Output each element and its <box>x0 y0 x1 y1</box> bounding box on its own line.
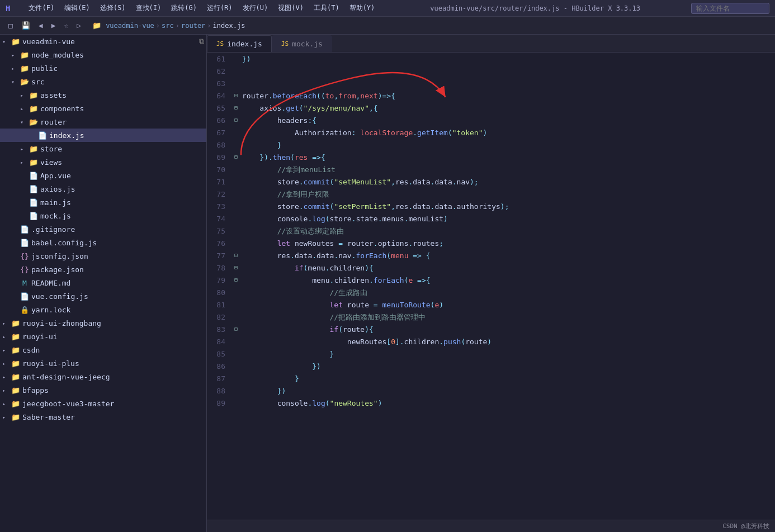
code-content-84[interactable]: newRoutes[0].children.push(route) <box>240 335 775 348</box>
file-search-input[interactable] <box>691 3 769 14</box>
code-row-65: 65⊟ axios.get("/sys/menu/nav",{ <box>207 102 775 114</box>
code-content-63[interactable] <box>240 77 775 89</box>
code-content-70[interactable]: //拿到menuList <box>240 163 775 175</box>
fold-64[interactable]: ⊟ <box>232 89 240 102</box>
menu-item-文件f[interactable]: 文件(F) <box>24 2 59 14</box>
back-btn[interactable]: ◀ <box>36 20 46 31</box>
sidebar-root[interactable]: 📁 vueadmin-vue ⧉ <box>0 35 206 48</box>
code-content-72[interactable]: //拿到用户权限 <box>240 188 775 200</box>
menu-item-视图v[interactable]: 视图(V) <box>273 2 308 14</box>
tab-index-js[interactable]: JS index.js <box>207 35 272 52</box>
menu-item-编辑e[interactable]: 编辑(E) <box>60 2 94 14</box>
breadcrumb-src[interactable]: src <box>162 22 174 30</box>
sidebar-item-assets[interactable]: 📁assets <box>0 88 206 102</box>
code-content-76[interactable]: let newRoutes = router.options.routes; <box>240 237 775 249</box>
code-content-68[interactable]: } <box>240 139 775 151</box>
code-content-78[interactable]: if(menu.children){ <box>240 262 775 274</box>
sidebar-item-babel-config-js[interactable]: 📄babel.config.js <box>0 236 206 249</box>
sidebar-item-router[interactable]: 📂router <box>0 115 206 129</box>
sidebar-item-index-js[interactable]: 📄index.js <box>0 129 206 142</box>
code-content-74[interactable]: console.log(store.state.menus.menuList) <box>240 212 775 225</box>
code-content-80[interactable]: //生成路由 <box>240 286 775 298</box>
fold-78[interactable]: ⊟ <box>232 262 240 274</box>
run-btn[interactable]: ▷ <box>74 20 84 31</box>
star-btn[interactable]: ☆ <box>61 20 71 31</box>
tab-mock-js[interactable]: JS mock.js <box>272 35 332 52</box>
code-content-77[interactable]: res.data.data.nav.forEach(menu => { <box>240 249 775 262</box>
code-row-66: 66⊟ headers:{ <box>207 114 775 126</box>
code-content-73[interactable]: store.commit("setPermList",res.data.data… <box>240 200 775 212</box>
code-content-62[interactable] <box>240 65 775 77</box>
sidebar-item-components[interactable]: 📁components <box>0 102 206 115</box>
code-content-82[interactable]: //把路由添加到路由器管理中 <box>240 311 775 323</box>
icon-ruoyi-ui-plus: 📁 <box>11 359 20 368</box>
new-file-btn[interactable]: □ <box>6 20 16 31</box>
menu-item-查找i[interactable]: 查找(I) <box>131 2 166 14</box>
sidebar-item-mock-js[interactable]: 📄mock.js <box>0 209 206 222</box>
breadcrumb-router[interactable]: router <box>181 22 205 30</box>
menu-item-发行u[interactable]: 发行(U) <box>238 2 273 14</box>
menu-item-选择s[interactable]: 选择(S) <box>96 2 130 14</box>
breadcrumb-root[interactable]: vueadmin-vue <box>106 22 154 30</box>
code-content-81[interactable]: let route = menuToRoute(e) <box>240 298 775 311</box>
menu-item-帮助y[interactable]: 帮助(Y) <box>345 2 380 14</box>
code-content-89[interactable]: console.log("newRoutes") <box>240 397 775 409</box>
forward-btn[interactable]: ▶ <box>49 20 59 31</box>
sidebar-item-README-md[interactable]: MREADME.md <box>0 276 206 289</box>
code-content-86[interactable]: }) <box>240 360 775 372</box>
label-babel.config.js: babel.config.js <box>31 239 97 247</box>
code-content-64[interactable]: router.beforeEach((to,from,next)=>{ <box>240 89 775 102</box>
arrow-router <box>20 119 27 125</box>
menu-item-跳转g[interactable]: 跳转(G) <box>167 2 201 14</box>
sidebar-item-views[interactable]: 📁views <box>0 155 206 169</box>
code-content-65[interactable]: axios.get("/sys/menu/nav",{ <box>240 102 775 114</box>
sidebar-item-jsconfig-json[interactable]: {}jsconfig.json <box>0 249 206 263</box>
sidebar-item-csdn[interactable]: 📁csdn <box>0 343 206 357</box>
sidebar-item--gitignore[interactable]: 📄.gitignore <box>0 222 206 236</box>
sidebar-item-yarn-lock[interactable]: 🔒yarn.lock <box>0 303 206 316</box>
sidebar-item-node_modules[interactable]: 📁node_modules <box>0 48 206 61</box>
sidebar-item-ruoyi-ui[interactable]: 📁ruoyi-ui <box>0 330 206 343</box>
sidebar-item-ruoyi-ui-zhongbang[interactable]: 📁ruoyi-ui-zhongbang <box>0 316 206 330</box>
code-content-75[interactable]: //设置动态绑定路由 <box>240 225 775 237</box>
sidebar-item-axios-js[interactable]: 📄axios.js <box>0 182 206 196</box>
fold-66[interactable]: ⊟ <box>232 114 240 126</box>
sidebar-item-bfapps[interactable]: 📁bfapps <box>0 383 206 397</box>
sidebar-item-src[interactable]: 📂src <box>0 75 206 88</box>
code-content-79[interactable]: menu.children.forEach(e =>{ <box>240 274 775 286</box>
sidebar-item-public[interactable]: 📁public <box>0 61 206 75</box>
sidebar-item-ruoyi-ui-plus[interactable]: 📁ruoyi-ui-plus <box>0 357 206 370</box>
sidebar-item-vue-config-js[interactable]: 📄vue.config.js <box>0 289 206 303</box>
icon-README.md: M <box>20 279 29 287</box>
code-editor[interactable]: 61})626364⊟router.beforeEach((to,from,ne… <box>207 53 775 520</box>
fold-69[interactable]: ⊟ <box>232 151 240 163</box>
sidebar-item-Saber-master[interactable]: 📁Saber-master <box>0 410 206 424</box>
code-content-87[interactable]: } <box>240 372 775 384</box>
code-row-64: 64⊟router.beforeEach((to,from,next)=>{ <box>207 89 775 102</box>
sidebar-item-ant-design-vue-jeecg[interactable]: 📁ant-design-vue-jeecg <box>0 370 206 383</box>
code-content-67[interactable]: Authorization: localStorage.getItem("tok… <box>240 126 775 139</box>
code-content-88[interactable]: }) <box>240 384 775 397</box>
fold-65[interactable]: ⊟ <box>232 102 240 114</box>
icon-yarn.lock: 🔒 <box>20 306 29 314</box>
menu-item-运行r[interactable]: 运行(R) <box>202 2 237 14</box>
sidebar-item-App-vue[interactable]: 📄App.vue <box>0 169 206 182</box>
copy-icon[interactable]: ⧉ <box>199 37 204 46</box>
fold-79[interactable]: ⊟ <box>232 274 240 286</box>
sidebar-item-jeecgboot-vue3-master[interactable]: 📁jeecgboot-vue3-master <box>0 397 206 410</box>
menu-item-工具t[interactable]: 工具(T) <box>309 2 344 14</box>
code-row-63: 63 <box>207 77 775 89</box>
save-btn[interactable]: 💾 <box>18 20 33 31</box>
code-content-69[interactable]: }).then(res =>{ <box>240 151 775 163</box>
code-content-71[interactable]: store.commit("setMenuList",res.data.data… <box>240 175 775 188</box>
code-content-85[interactable]: } <box>240 348 775 360</box>
sidebar-item-package-json[interactable]: {}package.json <box>0 263 206 276</box>
fold-83[interactable]: ⊟ <box>232 323 240 335</box>
label-src: src <box>31 78 44 86</box>
fold-77[interactable]: ⊟ <box>232 249 240 262</box>
code-content-83[interactable]: if(route){ <box>240 323 775 335</box>
sidebar-item-main-js[interactable]: 📄main.js <box>0 196 206 209</box>
code-content-61[interactable]: }) <box>240 53 775 65</box>
code-content-66[interactable]: headers:{ <box>240 114 775 126</box>
sidebar-item-store[interactable]: 📁store <box>0 142 206 155</box>
